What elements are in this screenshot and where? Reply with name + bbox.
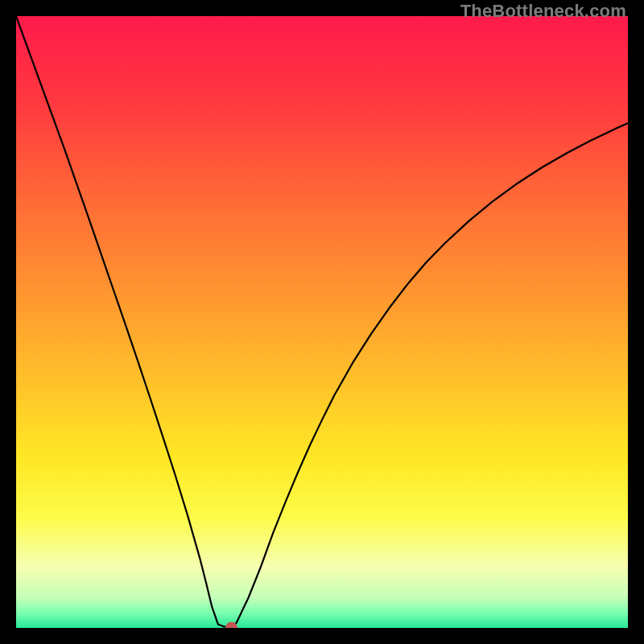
gradient-background <box>16 16 628 628</box>
bottleneck-chart <box>16 16 628 628</box>
chart-frame: TheBottleneck.com <box>0 0 644 644</box>
